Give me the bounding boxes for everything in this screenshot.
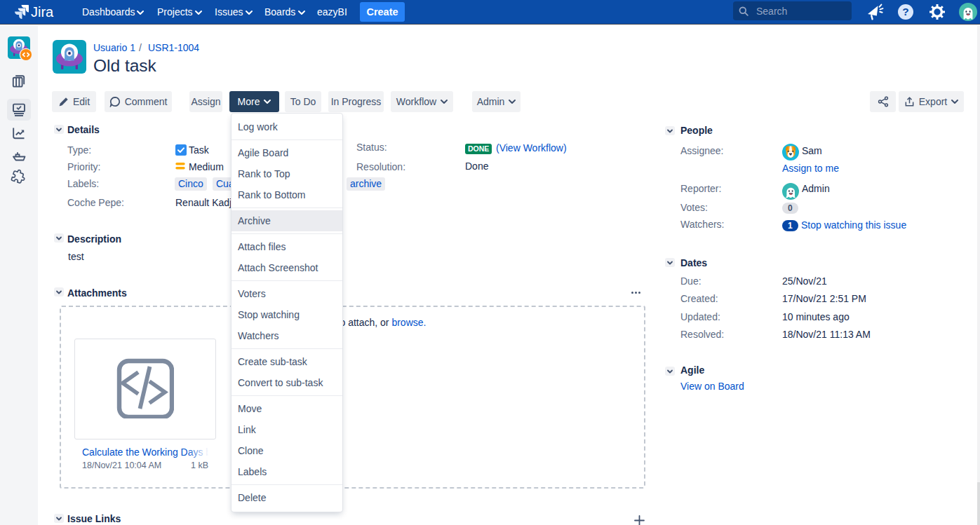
svg-text:?: ? [902, 6, 908, 18]
